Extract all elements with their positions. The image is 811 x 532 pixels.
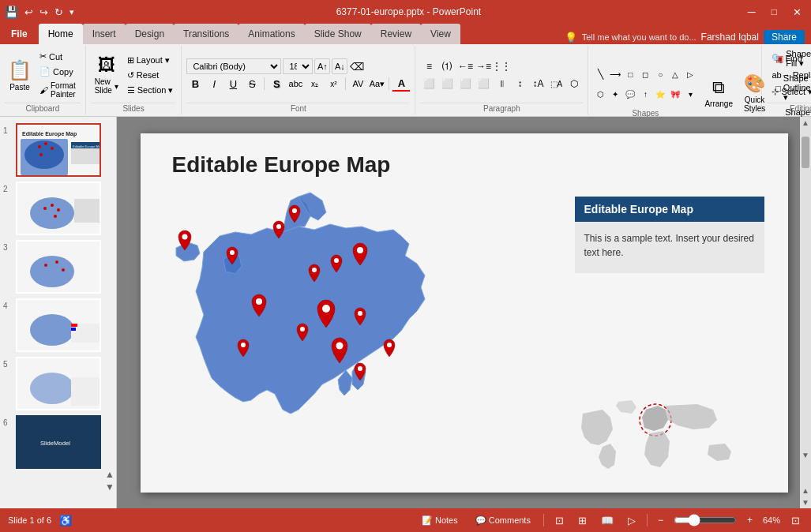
slide-sorter-btn[interactable]: ⊞ bbox=[575, 513, 590, 528]
strikethrough-button[interactable]: S bbox=[243, 76, 261, 92]
shape-cell[interactable]: △ bbox=[668, 68, 682, 81]
insert-tab[interactable]: Insert bbox=[83, 24, 126, 44]
info-box[interactable]: Editable Europe Map This is a sample tex… bbox=[575, 197, 764, 273]
align-left-button[interactable]: ⬜ bbox=[420, 76, 437, 92]
shape-cell[interactable]: ↑ bbox=[638, 88, 652, 101]
zoom-slider[interactable] bbox=[674, 514, 737, 526]
new-slide-button[interactable]: 🖼 New Slide▾ bbox=[91, 53, 122, 97]
minimize-btn[interactable]: ─ bbox=[743, 6, 760, 18]
convert-smartart-button[interactable]: ⬡ bbox=[565, 76, 583, 92]
font-size-select[interactable]: 18 bbox=[283, 58, 313, 74]
clear-format-btn[interactable]: ⌫ bbox=[349, 58, 365, 74]
scroll-down-btn[interactable]: ▼ bbox=[105, 481, 115, 493]
slideshow-btn[interactable]: ▷ bbox=[625, 513, 639, 528]
font-color-button[interactable]: A bbox=[392, 76, 410, 92]
change-case-button[interactable]: Aa▾ bbox=[368, 76, 385, 92]
share-button[interactable]: Share bbox=[764, 30, 805, 44]
copy-button[interactable]: 📄 Copy bbox=[36, 65, 81, 78]
slideshow-tab[interactable]: Slide Show bbox=[305, 24, 371, 44]
smartart-button[interactable]: ⋮⋮ bbox=[493, 58, 510, 74]
zoom-in-btn[interactable]: + bbox=[745, 513, 755, 527]
shape-cell[interactable]: □ bbox=[623, 68, 637, 81]
underline-button[interactable]: U bbox=[224, 76, 242, 92]
redo-btn[interactable]: ↪ bbox=[39, 6, 48, 18]
bullets-button[interactable]: ≡ bbox=[420, 58, 437, 74]
shape-cell[interactable]: 🎀 bbox=[668, 88, 682, 101]
layout-button[interactable]: ⊞ Layout▾ bbox=[124, 54, 177, 67]
align-right-button[interactable]: ⬜ bbox=[456, 76, 474, 92]
align-center-button[interactable]: ⬜ bbox=[438, 76, 456, 92]
arrange-button[interactable]: ⧉ Arrange bbox=[700, 75, 737, 111]
notes-btn[interactable]: 📝 Notes bbox=[417, 514, 463, 527]
char-spacing-button[interactable]: AV bbox=[349, 76, 366, 92]
normal-view-btn[interactable]: ⊡ bbox=[552, 513, 567, 528]
find-button[interactable]: 🔍 Find bbox=[767, 51, 811, 66]
scroll-up-arrow[interactable]: ▲ bbox=[800, 117, 811, 129]
shape-cell[interactable]: ✦ bbox=[608, 88, 622, 101]
columns-button[interactable]: ⫴ bbox=[493, 76, 510, 92]
shape-cell[interactable]: ○ bbox=[653, 68, 667, 81]
align-text-button[interactable]: ⬚A bbox=[547, 76, 565, 92]
slide-thumb-3[interactable]: 3 bbox=[3, 240, 113, 294]
comments-btn[interactable]: 💬 Comments bbox=[471, 514, 535, 527]
decrease-indent-button[interactable]: ←≡ bbox=[456, 58, 474, 74]
shadow-button[interactable]: S bbox=[268, 76, 285, 92]
transitions-tab[interactable]: Transitions bbox=[174, 24, 238, 44]
accessibility-icon[interactable]: ♿ bbox=[59, 515, 72, 526]
cut-button[interactable]: ✂ Cut bbox=[36, 50, 81, 63]
scroll-up-btn[interactable]: ▲ bbox=[105, 469, 115, 480]
increase-indent-button[interactable]: →≡ bbox=[475, 58, 492, 74]
close-btn[interactable]: ✕ bbox=[788, 6, 806, 18]
zoom-out-btn[interactable]: − bbox=[655, 513, 666, 527]
format-painter-button[interactable]: 🖌 Format Painter bbox=[36, 80, 81, 100]
view-tab[interactable]: View bbox=[421, 24, 460, 44]
scroll-prev-arrow[interactable]: ▲ bbox=[800, 485, 811, 496]
scroll-thumb[interactable] bbox=[802, 137, 809, 168]
fit-slide-btn[interactable]: ⊡ bbox=[788, 513, 803, 528]
info-box-body[interactable]: This is a sample text. Insert your desir… bbox=[575, 222, 764, 273]
europe-map-container[interactable] bbox=[156, 189, 496, 473]
repeat-btn[interactable]: ↻ bbox=[54, 6, 63, 18]
numbering-button[interactable]: ⑴ bbox=[438, 58, 456, 74]
line-spacing-button[interactable]: ↕ bbox=[511, 76, 528, 92]
slide-canvas[interactable]: Editable Europe Map bbox=[141, 133, 788, 493]
scroll-down-arrow[interactable]: ▼ bbox=[800, 449, 811, 461]
paste-button[interactable]: 📋 Paste bbox=[5, 57, 35, 94]
shape-cell[interactable]: ▷ bbox=[683, 68, 697, 81]
shape-cell[interactable]: ⟶ bbox=[608, 68, 622, 81]
design-tab[interactable]: Design bbox=[126, 24, 174, 44]
subscript-button[interactable]: x₂ bbox=[306, 76, 323, 92]
scroll-next-arrow[interactable]: ▼ bbox=[800, 496, 811, 508]
shape-more-btn[interactable]: ▾ bbox=[683, 88, 697, 101]
select-button[interactable]: ⊹ Select ▾ bbox=[767, 84, 811, 99]
file-tab[interactable]: File bbox=[0, 24, 39, 44]
slide-thumb-5[interactable]: 5 bbox=[3, 357, 113, 410]
strikethrough2-button[interactable]: abc bbox=[287, 76, 304, 92]
section-button[interactable]: ☰ Section▾ bbox=[124, 84, 177, 97]
home-tab[interactable]: Home bbox=[39, 24, 83, 44]
font-family-select[interactable]: Calibri (Body) bbox=[186, 58, 281, 74]
shape-cell[interactable]: 💬 bbox=[623, 88, 637, 101]
reset-button[interactable]: ↺ Reset bbox=[124, 69, 177, 82]
shape-cell[interactable]: ◻ bbox=[638, 68, 652, 81]
tell-me-input[interactable]: Tell me what you want to do... bbox=[582, 32, 696, 42]
justify-button[interactable]: ⬜ bbox=[475, 76, 492, 92]
maximize-btn[interactable]: □ bbox=[767, 6, 782, 17]
reading-view-btn[interactable]: 📖 bbox=[598, 513, 617, 528]
shape-cell[interactable]: ⭐ bbox=[653, 88, 667, 101]
replace-button[interactable]: ab→ Replace▾ bbox=[767, 68, 811, 83]
increase-font-btn[interactable]: A↑ bbox=[314, 58, 330, 74]
slide-thumb-2[interactable]: 2 bbox=[3, 182, 113, 235]
italic-button[interactable]: I bbox=[205, 76, 223, 92]
slide-title[interactable]: Editable Europe Map bbox=[172, 152, 391, 178]
customize-btn[interactable]: ▾ bbox=[69, 7, 74, 17]
superscript-button[interactable]: x² bbox=[325, 76, 342, 92]
shape-cell[interactable]: ⬡ bbox=[593, 88, 607, 101]
bold-button[interactable]: B bbox=[186, 76, 204, 92]
slide-thumb-1[interactable]: 1 Editable Europe Map Editable E bbox=[3, 123, 113, 177]
right-scrollbar[interactable]: ▲ ▼ ▲ ▼ bbox=[800, 117, 811, 508]
animations-tab[interactable]: Animations bbox=[238, 24, 304, 44]
text-direction-button[interactable]: ↕A bbox=[529, 76, 546, 92]
review-tab[interactable]: Review bbox=[371, 24, 421, 44]
decrease-font-btn[interactable]: A↓ bbox=[332, 58, 347, 74]
